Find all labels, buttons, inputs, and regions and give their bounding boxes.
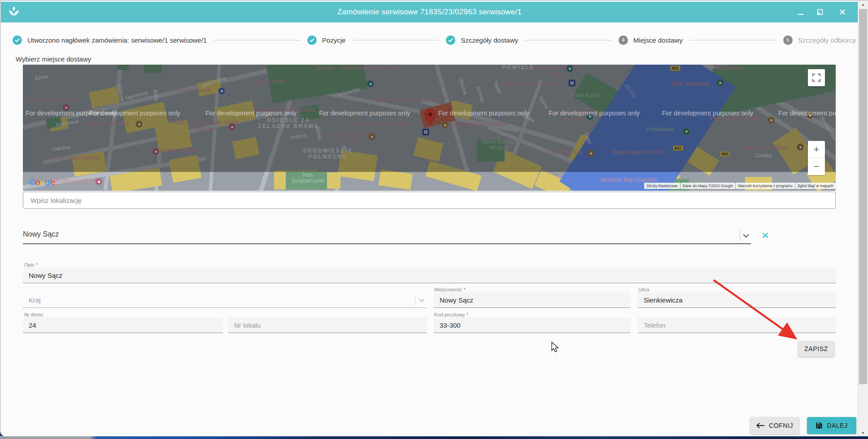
map-attribution-item[interactable]: Warunki korzystania z programu (736, 183, 795, 189)
step-number: 5 (783, 35, 793, 45)
google-map[interactable]: ŻytniaWarszawa CentrumHala MirowskaElekt… (23, 65, 836, 191)
map-attribution-item[interactable]: Zgłoś błąd w mapach (795, 183, 836, 189)
kraj-field[interactable]: Kraj (23, 292, 427, 308)
google-logo-letter: o (40, 177, 44, 187)
stepper-step-1: Utworzono nagłówek zamówienia: serwisowe… (13, 35, 207, 45)
map-watermark: For development purposes only (438, 110, 529, 117)
kraj-select-divider (415, 294, 415, 305)
map-dim-overlay (23, 65, 836, 172)
chevron-down-icon[interactable] (742, 232, 750, 240)
map-watermark: For development purposes only (319, 110, 410, 117)
miejscowosc-label: Miejscowość * (434, 287, 466, 292)
stepper-step-4: 4Miejsce dostawy (619, 35, 683, 45)
stepper-connector (353, 40, 440, 40)
map-label: Park Świętokrzyski (285, 172, 330, 184)
dialog-panel: Zamówienie serwisowe 71835/23/02963 serw… (0, 0, 868, 436)
window-title: Zamówienie serwisowe 71835/23/02963 serw… (1, 8, 858, 17)
select-underline (23, 243, 751, 244)
save-button[interactable]: ZAPISZ (798, 341, 834, 357)
app-logo-icon (8, 5, 20, 17)
stepper-connector (214, 40, 301, 40)
nr-domu-field[interactable]: 24 (23, 317, 223, 333)
minimize-icon (798, 14, 803, 15)
ulica-label: Ulica (638, 287, 649, 292)
wizard-stepper: Utworzono nagłówek zamówienia: serwisowe… (13, 34, 856, 46)
kod-pocztowy-field[interactable]: 33-300 (434, 317, 630, 333)
stepper-step-label: Miejsce dostawy (633, 36, 683, 44)
clear-location-icon[interactable]: ✕ (760, 231, 770, 241)
step-check-icon (446, 35, 455, 45)
select-divider (740, 229, 740, 241)
close-button[interactable]: ✕ (835, 2, 850, 22)
google-logo-letter: g (44, 177, 49, 187)
step-number: 4 (619, 35, 628, 45)
google-logo-letter: e (51, 177, 55, 187)
map-shape (379, 169, 413, 190)
title-bar: Zamówienie serwisowe 71835/23/02963 serw… (1, 2, 858, 22)
maximize-icon (816, 9, 824, 16)
map-fullscreen-button[interactable] (808, 69, 825, 86)
stepper-step-label: Szczegóły odbiorcy (798, 36, 856, 44)
nr-domu-label: Nr domu (24, 312, 43, 317)
zoom-in-button[interactable]: + (808, 141, 825, 158)
miejscowosc-field[interactable]: Nowy Sącz (434, 292, 630, 308)
map-section-label: Wybierz miejsce dostawy (16, 55, 91, 63)
stepper-step-label: Pozycje (322, 36, 346, 44)
map-watermark: For development purposes only (778, 110, 836, 117)
stepper-step-3: Szczegóły dostawy (446, 35, 518, 45)
nr-lokalu-field[interactable]: Nr lokalu (228, 317, 427, 333)
telefon-field[interactable]: Telefon (638, 317, 836, 333)
scrollbar-down-icon[interactable]: ▼ (858, 429, 868, 436)
map-attribution-item[interactable]: Dane do Mapy ©2023 Google (680, 183, 736, 189)
kod-pocztowy-label: Kod pocztowy * (434, 312, 468, 317)
arrow-left-icon (756, 422, 765, 429)
map-label: Muzeum Azji i Pacyfiku (601, 177, 658, 183)
step-check-icon (307, 35, 317, 45)
opis-label: Opis * (24, 262, 38, 268)
next-button[interactable]: DALEJ (807, 417, 856, 434)
background-window-edge (0, 436, 868, 439)
map-watermark: For development purposes only (549, 110, 640, 117)
stepper-step-5: 5Szczegóły odbiorcy (783, 35, 856, 45)
vertical-scrollbar[interactable]: ▲ ▼ (858, 1, 868, 436)
map-watermark: For development purposes only (662, 110, 753, 117)
map-pin-hotel-icon (96, 178, 102, 185)
google-logo-letter: G (29, 177, 35, 187)
location-search-box (23, 192, 836, 209)
map-zoom-control: + − (808, 141, 825, 175)
scrollbar-up-icon[interactable]: ▲ (858, 1, 868, 8)
service-order-window: Zamówienie serwisowe 71835/23/02963 serw… (0, 0, 868, 439)
stepper-step-label: Utworzono nagłówek zamówienia: serwisowe… (27, 36, 207, 44)
step-check-icon (13, 35, 22, 45)
scrollbar-thumb[interactable] (859, 9, 867, 384)
fullscreen-icon (812, 74, 820, 82)
map-attribution: Skróty klawiszoweDane do Mapy ©2023 Goog… (644, 183, 836, 189)
close-icon: ✕ (839, 7, 846, 18)
zoom-out-button[interactable]: − (808, 158, 825, 175)
location-select-value: Nowy Sącz (23, 230, 59, 238)
ulica-field[interactable]: Sienkiewicza (638, 292, 836, 308)
save-disk-icon (816, 422, 823, 429)
location-select[interactable]: Nowy Sącz (23, 228, 751, 244)
back-button[interactable]: COFNIJ (750, 417, 799, 434)
location-search-input[interactable] (23, 192, 835, 208)
minimize-button[interactable] (793, 2, 808, 22)
map-attribution-item[interactable]: Skróty klawiszowe (644, 183, 680, 189)
stepper-connector (689, 40, 776, 40)
stepper-step-label: Szczegóły dostawy (461, 36, 518, 44)
opis-field[interactable]: Nowy Sącz (23, 268, 836, 283)
map-watermark: For development purposes only (89, 110, 180, 117)
stepper-connector (525, 40, 612, 40)
stepper-step-2: Pozycje (307, 35, 346, 45)
google-logo-letter: o (35, 177, 40, 187)
maximize-button[interactable] (812, 2, 828, 22)
chevron-down-icon[interactable] (418, 297, 425, 304)
map-watermark: For development purposes only (205, 110, 297, 117)
google-logo[interactable]: Google (29, 177, 55, 187)
